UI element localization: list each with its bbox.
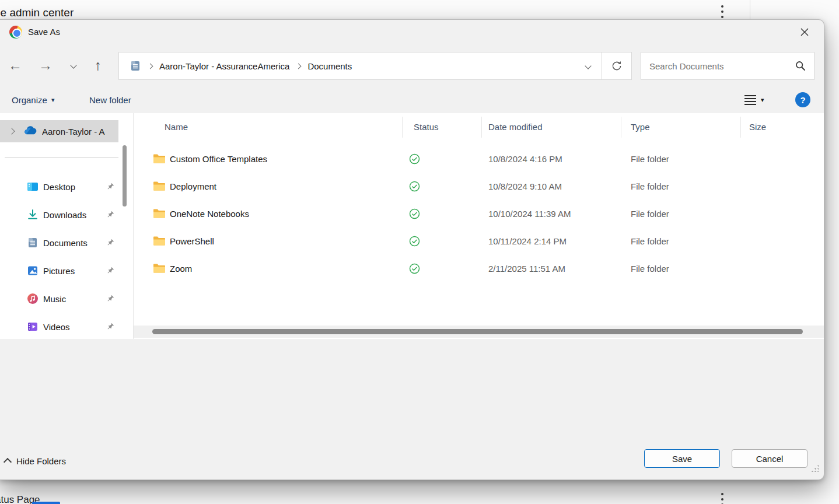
forward-button[interactable]: →	[34, 54, 57, 77]
folder-icon	[153, 208, 166, 219]
column-header-date-modified[interactable]: Date modified	[488, 113, 543, 141]
horizontal-scrollbar[interactable]	[134, 326, 824, 338]
sidebar-item-onedrive[interactable]: Aaron-Taylor - A	[0, 120, 118, 142]
column-header-type[interactable]: Type	[631, 113, 650, 141]
sync-status-icon	[409, 208, 420, 219]
file-row[interactable]: PowerShell 10/11/2024 2:14 PM File folde…	[134, 228, 823, 255]
file-row[interactable]: Deployment 10/8/2024 9:10 AM File folder	[134, 173, 823, 200]
chrome-icon	[9, 26, 22, 38]
file-date-modified: 10/8/2024 9:10 AM	[488, 173, 562, 200]
organize-button[interactable]: Organize ▾	[12, 86, 54, 113]
list-view-icon	[744, 95, 756, 105]
column-divider[interactable]	[481, 117, 482, 138]
address-dropdown-button[interactable]	[575, 52, 601, 79]
search-input[interactable]	[641, 61, 795, 71]
caret-down-icon: ▾	[51, 96, 55, 104]
documents-icon	[27, 237, 39, 249]
file-row[interactable]: OneNote Notebooks 10/10/2024 11:39 AM Fi…	[134, 200, 823, 228]
pin-icon	[106, 210, 115, 219]
folder-icon	[153, 262, 166, 274]
expand-chevron-icon[interactable]	[8, 128, 15, 134]
sidebar-item-downloads[interactable]: Downloads	[0, 206, 121, 223]
folder-icon	[153, 153, 166, 164]
up-button[interactable]: ↑	[86, 54, 110, 77]
horizontal-scrollbar-thumb[interactable]	[152, 329, 803, 334]
new-folder-label: New folder	[89, 95, 131, 105]
file-row[interactable]: Custom Office Templates 10/8/2024 4:16 P…	[134, 145, 823, 173]
hide-folders-label: Hide Folders	[16, 456, 66, 466]
sidebar-item-label: Desktop	[43, 182, 75, 192]
resize-grip[interactable]	[811, 464, 819, 472]
refresh-icon	[610, 60, 623, 72]
close-button[interactable]	[791, 20, 818, 44]
file-list-panel: Name Status Date modified Type Size Cust…	[133, 113, 823, 339]
folder-icon	[153, 180, 166, 191]
up-icon: ↑	[95, 57, 102, 74]
sidebar-item-videos[interactable]: Videos	[0, 318, 121, 335]
sidebar-item-pictures[interactable]: Pictures	[0, 262, 121, 279]
organize-label: Organize	[12, 95, 47, 105]
file-name: Deployment	[170, 173, 216, 200]
recent-locations-button[interactable]	[62, 54, 85, 77]
pin-icon	[106, 266, 115, 275]
sync-status-icon	[409, 181, 420, 192]
sidebar-item-label: Downloads	[43, 210, 86, 220]
file-name: Zoom	[170, 255, 192, 282]
pin-icon	[106, 294, 115, 303]
dialog-main-area: Aaron-Taylor - A Desktop	[0, 113, 824, 339]
column-divider[interactable]	[740, 117, 741, 138]
column-divider[interactable]	[402, 117, 403, 138]
dialog-title: Save As	[28, 20, 60, 44]
sidebar-item-label: Music	[43, 294, 66, 304]
address-bar[interactable]: Aaron-Taylor - AssuranceAmerica Document…	[118, 52, 632, 80]
forward-icon: →	[39, 57, 53, 74]
save-button[interactable]: Save	[644, 449, 720, 468]
breadcrumb-current[interactable]: Documents	[307, 61, 352, 71]
file-row[interactable]: Zoom 2/11/2025 11:51 AM File folder	[134, 255, 823, 282]
search-icon[interactable]	[795, 61, 806, 71]
column-header-status[interactable]: Status	[414, 113, 439, 141]
new-folder-button[interactable]: New folder	[89, 86, 131, 113]
column-header-name[interactable]: Name	[165, 113, 188, 141]
refresh-button[interactable]	[601, 52, 631, 79]
sidebar-divider	[5, 158, 118, 158]
sidebar-item-documents[interactable]: Documents	[0, 235, 121, 251]
back-button[interactable]: ←	[4, 54, 27, 77]
kebab-menu-icon[interactable]	[721, 493, 723, 504]
sync-status-icon	[409, 263, 420, 274]
dialog-titlebar[interactable]: Save As	[0, 20, 824, 44]
sidebar-scrollbar-thumb[interactable]	[123, 145, 127, 206]
breadcrumb-root[interactable]: Aaron-Taylor - AssuranceAmerica	[159, 61, 289, 71]
sidebar-item-music[interactable]: Music	[0, 290, 121, 307]
filename-section: File name: bookmarks_7_3_25 Save as type…	[0, 339, 824, 441]
videos-icon	[27, 321, 39, 332]
music-icon	[27, 293, 39, 304]
documents-folder-icon	[130, 60, 141, 72]
file-type: File folder	[631, 145, 669, 173]
hide-folders-button[interactable]: Hide Folders	[5, 453, 66, 469]
folder-icon	[153, 235, 166, 246]
sync-status-icon	[409, 153, 420, 164]
close-icon	[800, 27, 809, 37]
breadcrumb-separator-icon	[296, 63, 302, 69]
column-divider[interactable]	[621, 117, 621, 138]
kebab-menu-icon[interactable]	[721, 5, 723, 18]
chevron-up-icon	[4, 458, 12, 466]
pin-icon	[106, 238, 115, 247]
dialog-bottom-bar: Hide Folders Save Cancel	[0, 441, 824, 480]
view-options-button[interactable]: ▾	[744, 86, 764, 113]
search-box[interactable]	[641, 52, 814, 80]
sidebar-item-label: Pictures	[43, 266, 75, 276]
cancel-button[interactable]: Cancel	[732, 449, 807, 468]
downloads-icon	[27, 209, 39, 220]
chevron-down-icon	[70, 62, 76, 68]
file-name: Custom Office Templates	[170, 145, 267, 173]
column-header-size[interactable]: Size	[749, 113, 766, 141]
caret-down-icon: ▾	[761, 96, 764, 104]
sidebar-item-desktop[interactable]: Desktop	[0, 178, 121, 195]
help-button[interactable]: ?	[795, 92, 810, 107]
file-type: File folder	[631, 228, 669, 255]
sort-ascending-icon	[277, 114, 281, 118]
sidebar-item-label: Documents	[43, 238, 88, 248]
chevron-down-icon	[585, 62, 591, 69]
